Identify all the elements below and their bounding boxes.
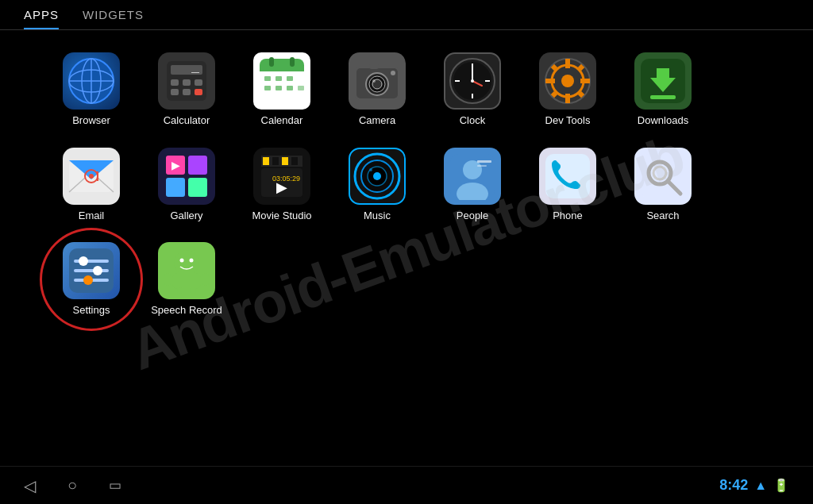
svg-rect-47	[565, 94, 570, 103]
email-label: Email	[79, 210, 105, 222]
svg-rect-107	[172, 273, 201, 289]
svg-point-42	[471, 79, 474, 83]
svg-rect-90	[545, 154, 590, 198]
app-phone[interactable]: Phone	[524, 141, 611, 229]
svg-rect-111	[190, 287, 196, 294]
svg-point-101	[83, 275, 93, 285]
tab-bar: APPS WIDGETS	[0, 0, 813, 30]
app-calendar[interactable]: Calendar	[238, 46, 326, 133]
calculator-icon: —	[158, 52, 215, 110]
devtools-icon	[539, 52, 596, 110]
people-icon	[444, 148, 501, 205]
svg-rect-22	[264, 86, 271, 90]
svg-rect-69	[188, 178, 207, 197]
app-settings[interactable]: Settings	[48, 236, 135, 323]
svg-rect-67	[188, 156, 207, 175]
camera-icon	[349, 52, 406, 110]
app-gallery[interactable]: ▶ Gallery	[143, 141, 230, 229]
svg-line-106	[192, 248, 196, 252]
app-devtools[interactable]: Dev Tools	[524, 46, 611, 133]
svg-point-63	[89, 174, 94, 179]
calendar-label: Calendar	[261, 114, 303, 127]
app-search[interactable]: Search	[619, 141, 707, 229]
app-downloads[interactable]: Downloads	[619, 46, 707, 133]
camera-label: Camera	[359, 114, 395, 127]
svg-text:▶: ▶	[171, 159, 180, 171]
svg-point-103	[180, 259, 184, 263]
svg-rect-75	[282, 157, 288, 165]
recents-button[interactable]: ▭	[109, 477, 121, 494]
svg-rect-9	[183, 79, 191, 86]
navigation-bar: ◁ ○ ▭ 8:42 ▲ 🔋	[0, 466, 813, 504]
back-button[interactable]: ◁	[24, 476, 36, 495]
music-label: Music	[364, 210, 391, 222]
svg-rect-68	[166, 178, 185, 197]
svg-rect-56	[650, 95, 676, 99]
svg-rect-8	[171, 79, 179, 86]
search-label: Search	[646, 210, 679, 222]
downloads-label: Downloads	[638, 114, 688, 127]
people-label: People	[457, 210, 488, 222]
svg-point-99	[93, 266, 102, 275]
svg-line-105	[177, 248, 181, 252]
app-moviestudio[interactable]: 03:05:29 ▶ Movie Studio	[238, 141, 326, 229]
nav-buttons: ◁ ○ ▭	[24, 476, 121, 495]
svg-rect-13	[195, 89, 202, 95]
app-people[interactable]: People	[429, 141, 516, 229]
app-camera[interactable]: Camera	[333, 46, 421, 133]
svg-rect-10	[195, 79, 202, 86]
svg-text:—: —	[191, 67, 199, 76]
svg-rect-89	[477, 165, 487, 167]
signal-icon: ▲	[754, 479, 767, 493]
email-icon	[63, 148, 120, 205]
battery-icon: 🔋	[773, 478, 789, 493]
svg-point-84	[369, 168, 372, 171]
svg-point-31	[372, 79, 376, 83]
svg-rect-32	[369, 63, 379, 69]
tab-widgets[interactable]: WIDGETS	[83, 8, 144, 29]
svg-rect-16	[260, 65, 304, 71]
downloads-icon	[634, 52, 692, 110]
app-browser[interactable]: Browser	[48, 46, 135, 133]
settings-label: Settings	[73, 304, 110, 317]
svg-rect-73	[263, 157, 269, 165]
svg-point-86	[463, 160, 482, 179]
phone-label: Phone	[553, 210, 583, 222]
svg-rect-12	[183, 89, 191, 95]
svg-rect-20	[275, 76, 282, 81]
settings-icon	[63, 242, 120, 299]
svg-text:▶: ▶	[276, 179, 287, 195]
svg-rect-11	[171, 89, 179, 95]
browser-label: Browser	[72, 114, 110, 127]
svg-rect-88	[477, 160, 491, 163]
svg-rect-19	[264, 76, 271, 81]
calculator-label: Calculator	[164, 114, 210, 127]
svg-rect-17	[269, 57, 274, 67]
svg-rect-108	[164, 273, 171, 286]
svg-rect-49	[580, 79, 590, 83]
tab-apps[interactable]: APPS	[24, 8, 59, 29]
music-icon	[349, 148, 406, 205]
svg-rect-74	[272, 157, 279, 165]
gallery-icon: ▶	[158, 148, 215, 205]
svg-point-104	[190, 259, 194, 263]
svg-rect-18	[290, 57, 295, 67]
svg-rect-76	[291, 157, 298, 165]
svg-point-102	[174, 250, 199, 275]
search-icon	[634, 148, 692, 205]
app-speechrecord[interactable]: Speech Record	[143, 236, 230, 323]
clock-label: Clock	[460, 114, 486, 127]
home-button[interactable]: ○	[67, 476, 77, 494]
svg-point-97	[79, 256, 88, 266]
browser-icon	[63, 52, 120, 110]
svg-rect-24	[287, 86, 293, 90]
app-music[interactable]: Music	[333, 141, 421, 229]
gallery-label: Gallery	[170, 210, 202, 222]
svg-point-45	[561, 75, 574, 87]
app-email[interactable]: Email	[48, 141, 135, 229]
app-calculator[interactable]: — Calculator	[143, 46, 230, 133]
svg-point-83	[373, 172, 381, 180]
app-clock[interactable]: Clock	[429, 46, 516, 133]
svg-rect-25	[298, 86, 304, 90]
devtools-label: Dev Tools	[545, 114, 591, 127]
